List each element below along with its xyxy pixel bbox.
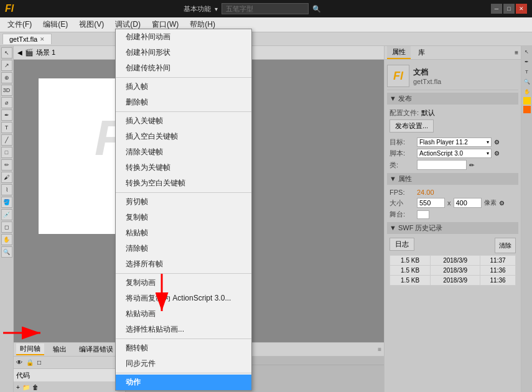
- cm-clear-frames[interactable]: 清除帧: [116, 241, 251, 256]
- target-dropdown-arrow: ▾: [487, 139, 489, 145]
- tab-gettxt[interactable]: getTxt.fla ✕: [2, 34, 52, 44]
- cm-copy-frames[interactable]: 复制帧: [116, 210, 251, 225]
- restore-button[interactable]: □: [503, 4, 515, 14]
- tool-line[interactable]: ╱: [1, 134, 12, 146]
- minimize-button[interactable]: ─: [491, 4, 502, 14]
- rt-color2[interactable]: [523, 106, 531, 113]
- menu-view[interactable]: 视图(V): [74, 18, 109, 31]
- timeline-tab-errors[interactable]: 编译器错误: [75, 344, 117, 355]
- timeline-collapse-icon[interactable]: ≡: [378, 346, 381, 353]
- cm-select-all-frames[interactable]: 选择所有帧: [116, 256, 251, 272]
- fl-icon: Fl: [387, 65, 409, 87]
- delete-layer-btn[interactable]: 🗑: [32, 384, 39, 391]
- timeline-tab-output[interactable]: 输出: [49, 344, 70, 355]
- tool-3d[interactable]: 3D: [1, 85, 12, 96]
- table-row: 1.5 KB 2018/3/9 11:37: [390, 256, 516, 266]
- add-folder-btn[interactable]: 📁: [22, 384, 30, 391]
- tool-rectangle[interactable]: □: [1, 147, 12, 158]
- tool-lasso[interactable]: ⌀: [1, 97, 12, 108]
- tool-zoom[interactable]: 🔍: [1, 246, 12, 258]
- main-area: ↖ ↗ ⊕ 3D ⌀ ✒ T ╱ □ ✏ 🖌 ⌇ 🪣 💉 ◻ ✋ 🔍 ◀ 🎬 场…: [0, 46, 532, 392]
- right-tab-properties[interactable]: 属性: [387, 46, 411, 59]
- class-input[interactable]: [417, 160, 467, 170]
- layer-row[interactable]: 代码 • ■: [14, 369, 125, 381]
- tool-eraser[interactable]: ◻: [1, 222, 12, 233]
- size-settings-icon[interactable]: ⚙: [499, 200, 505, 207]
- target-dropdown[interactable]: Flash Player 11.2 ▾: [417, 138, 492, 147]
- tab-close-icon[interactable]: ✕: [40, 36, 45, 42]
- search-input[interactable]: [222, 3, 309, 14]
- menu-edit[interactable]: 编辑(E): [38, 18, 73, 31]
- cm-insert-frame[interactable]: 插入帧: [116, 79, 251, 95]
- cm-sep-3: [116, 192, 251, 193]
- props-section-header[interactable]: ▼ 属性: [387, 173, 518, 185]
- cm-sync-symbol[interactable]: 同步元件: [116, 356, 251, 371]
- timeline-tab-timeline[interactable]: 时间轴: [16, 343, 44, 355]
- tool-eyedropper[interactable]: 💉: [1, 209, 12, 220]
- add-layer-btn[interactable]: +: [16, 384, 20, 391]
- cm-flip-frames[interactable]: 翻转帧: [116, 340, 251, 356]
- tool-transform[interactable]: ⊕: [1, 72, 12, 83]
- menu-file[interactable]: 文件(F): [2, 18, 37, 31]
- width-input[interactable]: [417, 198, 445, 208]
- tool-pencil[interactable]: ✏: [1, 159, 12, 170]
- swf-history-section: 日志 清除 1.5 KB 2018/3/9 11:37 1.5 KB 2018/…: [387, 236, 518, 287]
- cm-selective-paste[interactable]: 选择性粘贴动画...: [116, 322, 251, 337]
- tool-select[interactable]: ↖: [1, 47, 12, 58]
- cm-sep-1: [116, 77, 251, 78]
- cm-insert-keyframe[interactable]: 插入关键帧: [116, 113, 251, 129]
- back-button[interactable]: ◀: [17, 49, 22, 56]
- cm-paste-animation[interactable]: 粘贴动画: [116, 306, 251, 322]
- rt-color1[interactable]: [523, 97, 531, 105]
- rt-zoom[interactable]: 🔍: [523, 77, 531, 86]
- rt-hand[interactable]: ✋: [523, 87, 531, 96]
- publish-settings-row: 发布设置...: [390, 119, 516, 135]
- tool-text[interactable]: T: [1, 122, 12, 133]
- tool-paint-bucket[interactable]: 🪣: [1, 197, 12, 208]
- cm-cut-frames[interactable]: 剪切帧: [116, 194, 251, 210]
- swf-history-header[interactable]: ▼ SWF 历史记录: [387, 222, 518, 234]
- tool-hand[interactable]: ✋: [1, 234, 12, 245]
- tool-brush[interactable]: 🖌: [1, 172, 12, 183]
- close-button[interactable]: ✕: [516, 4, 527, 14]
- publish-section-header[interactable]: ▼ 发布: [387, 93, 518, 105]
- clear-button[interactable]: 清除: [495, 238, 516, 253]
- cm-copy-animation[interactable]: 复制动画: [116, 275, 251, 291]
- properties-section: FPS: 24.00 大小 x 像素 ⚙ 舞台:: [387, 187, 518, 222]
- right-tab-library[interactable]: 库: [413, 47, 430, 58]
- cm-create-tween[interactable]: 创建补间动画: [116, 29, 251, 45]
- workspace-dropdown-icon[interactable]: ▾: [215, 6, 218, 12]
- cm-create-classic[interactable]: 创建传统补间: [116, 60, 251, 76]
- right-panel-options[interactable]: ≡: [515, 49, 518, 56]
- tool-subselect[interactable]: ↗: [1, 60, 12, 71]
- script-settings-icon[interactable]: ⚙: [494, 150, 500, 157]
- rt-select[interactable]: ↖: [523, 47, 531, 56]
- cm-insert-blank-keyframe[interactable]: 插入空白关键帧: [116, 129, 251, 144]
- cm-copy-as3[interactable]: 将动画复制为 ActionScript 3.0...: [116, 291, 251, 306]
- log-button[interactable]: 日志: [390, 238, 414, 251]
- rt-pen[interactable]: ✒: [523, 57, 531, 66]
- target-value: Flash Player 11.2: [419, 139, 468, 146]
- frame-icon: □: [37, 359, 41, 366]
- cm-convert-keyframe[interactable]: 转换为关键帧: [116, 160, 251, 175]
- height-input[interactable]: [454, 198, 482, 208]
- cm-create-shape[interactable]: 创建补间形状: [116, 45, 251, 60]
- rt-text[interactable]: T: [523, 67, 531, 76]
- config-label: 配置文件:: [390, 108, 419, 118]
- class-edit-icon[interactable]: ✏: [469, 162, 474, 169]
- cm-delete-frame[interactable]: 删除帧: [116, 95, 251, 110]
- cm-convert-blank-keyframe[interactable]: 转换为空白关键帧: [116, 175, 251, 191]
- cm-clear-keyframe[interactable]: 清除关键帧: [116, 144, 251, 160]
- layer-add-controls: + 📁 🗑: [14, 383, 125, 392]
- unit-label: 像素: [484, 198, 497, 207]
- script-dropdown[interactable]: ActionScript 3.0 ▾: [417, 149, 492, 158]
- cm-paste-frames[interactable]: 粘贴帧: [116, 225, 251, 241]
- publish-settings-button[interactable]: 发布设置...: [390, 119, 434, 133]
- search-icon[interactable]: 🔍: [312, 5, 321, 13]
- cm-actions[interactable]: 动作: [116, 375, 251, 390]
- target-settings-icon[interactable]: ⚙: [494, 139, 500, 146]
- swf-time-2: 11:36: [480, 276, 516, 286]
- tool-bone[interactable]: ⌇: [1, 184, 12, 195]
- stage-color-box[interactable]: [417, 210, 429, 219]
- tool-pen[interactable]: ✒: [1, 110, 12, 121]
